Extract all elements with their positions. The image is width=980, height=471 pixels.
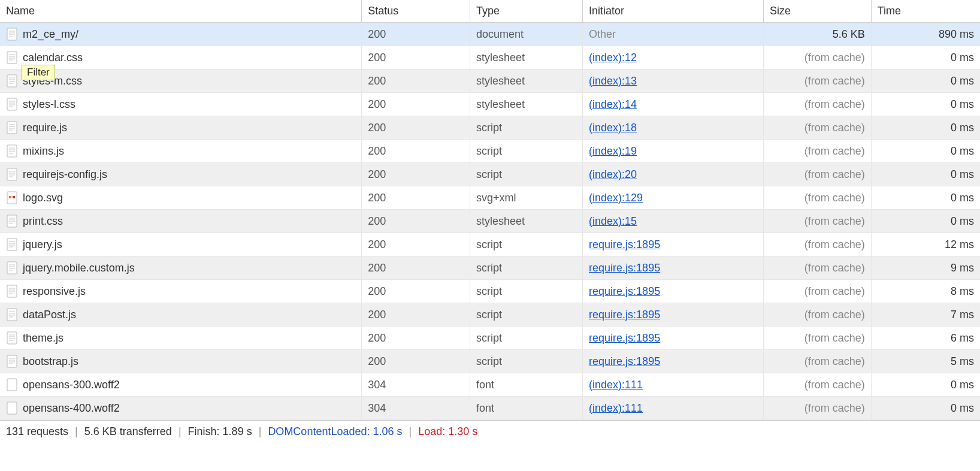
cell-type: script [470, 350, 583, 373]
initiator-link[interactable]: require.js:1895 [589, 262, 660, 274]
table-row[interactable]: responsive.js200scriptrequire.js:1895(fr… [0, 280, 980, 303]
cell-name[interactable]: print.css [0, 210, 362, 233]
initiator-link[interactable]: (index):14 [589, 98, 637, 110]
table-row[interactable]: calendar.css200stylesheet(index):12(from… [0, 46, 980, 70]
initiator-link[interactable]: (index):18 [589, 122, 637, 134]
cell-type: script [470, 303, 583, 327]
cell-name[interactable]: dataPost.js [0, 303, 362, 327]
cell-status: 200 [362, 303, 470, 327]
cell-type: font [470, 373, 583, 397]
cell-name[interactable]: bootstrap.js [0, 350, 362, 373]
col-header-size[interactable]: Size [763, 0, 871, 23]
file-name: styles-l.css [23, 98, 75, 111]
cell-size: (from cache) [763, 186, 871, 210]
table-row[interactable]: dataPost.js200scriptrequire.js:1895(from… [0, 303, 980, 327]
cell-size: (from cache) [763, 93, 871, 116]
cell-type: script [470, 116, 583, 140]
initiator-link[interactable]: (index):20 [589, 168, 637, 180]
table-row[interactable]: theme.js200scriptrequire.js:1895(from ca… [0, 327, 980, 350]
initiator-link[interactable]: (index):111 [589, 402, 643, 414]
cell-name[interactable]: opensans-300.woff2 [0, 373, 362, 397]
cell-initiator: require.js:1895 [583, 303, 764, 327]
cell-time: 12 ms [871, 233, 980, 256]
table-row[interactable]: logo.svg200svg+xml(index):129(from cache… [0, 186, 980, 210]
initiator-link[interactable]: require.js:1895 [589, 355, 660, 367]
cell-status: 200 [362, 327, 470, 350]
doc-icon [6, 261, 18, 274]
file-name: logo.svg [23, 192, 63, 204]
doc-icon [6, 121, 18, 134]
initiator-link[interactable]: require.js:1895 [589, 238, 660, 250]
table-row[interactable]: styles-l.css200stylesheet(index):14(from… [0, 93, 980, 116]
doc-icon [6, 355, 18, 368]
col-header-status[interactable]: Status [362, 0, 470, 23]
table-row[interactable]: opensans-300.woff2304font(index):111(fro… [0, 373, 980, 397]
cell-status: 200 [362, 93, 470, 116]
col-header-time[interactable]: Time [871, 0, 980, 23]
table-row[interactable]: jquery.js200scriptrequire.js:1895(from c… [0, 233, 980, 256]
cell-time: 0 ms [871, 93, 980, 116]
doc-icon [6, 168, 18, 181]
cell-name[interactable]: styles-l.css [0, 93, 362, 116]
table-row[interactable]: mixins.js200script(index):19(from cache)… [0, 140, 980, 163]
cell-name[interactable]: styles-m.css [0, 70, 362, 93]
cell-status: 304 [362, 397, 470, 420]
cell-name[interactable]: jquery.js [0, 233, 362, 256]
file-name: requirejs-config.js [23, 168, 107, 181]
blank-icon [6, 401, 18, 415]
cell-name[interactable]: opensans-400.woff2 [0, 397, 362, 420]
cell-size: (from cache) [763, 397, 871, 420]
col-header-type[interactable]: Type [470, 0, 583, 23]
table-row[interactable]: require.js200script(index):18(from cache… [0, 116, 980, 140]
cell-name[interactable]: jquery.mobile.custom.js [0, 256, 362, 280]
doc-icon [6, 74, 18, 87]
cell-name[interactable]: calendar.css [0, 46, 362, 70]
initiator-link[interactable]: (index):13 [589, 75, 637, 87]
initiator-link[interactable]: require.js:1895 [589, 285, 660, 297]
cell-name[interactable]: theme.js [0, 327, 362, 350]
table-row[interactable]: styles-m.css200stylesheet(index):13(from… [0, 70, 980, 93]
initiator-link[interactable]: (index):15 [589, 215, 637, 227]
file-name: print.css [23, 215, 63, 228]
cell-time: 0 ms [871, 397, 980, 420]
summary-bar: 131 requests | 5.6 KB transferred | Fini… [0, 420, 980, 443]
cell-name[interactable]: mixins.js [0, 140, 362, 163]
initiator-link[interactable]: (index):19 [589, 145, 637, 157]
initiator-link[interactable]: require.js:1895 [589, 309, 660, 321]
col-header-name[interactable]: Name [0, 0, 362, 23]
table-row[interactable]: opensans-400.woff2304font(index):111(fro… [0, 397, 980, 420]
cell-status: 200 [362, 163, 470, 186]
cell-initiator: require.js:1895 [583, 350, 764, 373]
file-name: bootstrap.js [23, 355, 78, 368]
file-name: jquery.mobile.custom.js [23, 262, 135, 274]
initiator-link[interactable]: (index):111 [589, 379, 643, 391]
cell-name[interactable]: requirejs-config.js [0, 163, 362, 186]
doc-icon [6, 308, 18, 321]
cell-status: 200 [362, 186, 470, 210]
cell-status: 200 [362, 280, 470, 303]
cell-initiator: require.js:1895 [583, 233, 764, 256]
initiator-link[interactable]: (index):129 [589, 192, 643, 204]
doc-icon [6, 215, 18, 228]
table-row[interactable]: requirejs-config.js200script(index):20(f… [0, 163, 980, 186]
doc-icon [6, 331, 18, 345]
initiator-link[interactable]: (index):12 [589, 52, 637, 64]
table-row[interactable]: bootstrap.js200scriptrequire.js:1895(fro… [0, 350, 980, 373]
file-name: jquery.js [23, 238, 62, 251]
summary-load: Load: 1.30 s [418, 425, 477, 437]
cell-time: 7 ms [871, 303, 980, 327]
table-row[interactable]: m2_ce_my/200documentOther5.6 KB890 ms [0, 23, 980, 46]
cell-type: font [470, 397, 583, 420]
cell-name[interactable]: logo.svg [0, 186, 362, 210]
cell-name[interactable]: m2_ce_my/ [0, 23, 362, 46]
cell-size: (from cache) [763, 46, 871, 70]
cell-time: 0 ms [871, 163, 980, 186]
cell-time: 0 ms [871, 140, 980, 163]
initiator-link[interactable]: require.js:1895 [589, 332, 660, 344]
cell-name[interactable]: require.js [0, 116, 362, 140]
table-row[interactable]: jquery.mobile.custom.js200scriptrequire.… [0, 256, 980, 280]
doc-icon [6, 98, 18, 111]
col-header-initiator[interactable]: Initiator [583, 0, 764, 23]
table-row[interactable]: print.css200stylesheet(index):15(from ca… [0, 210, 980, 233]
cell-name[interactable]: responsive.js [0, 280, 362, 303]
